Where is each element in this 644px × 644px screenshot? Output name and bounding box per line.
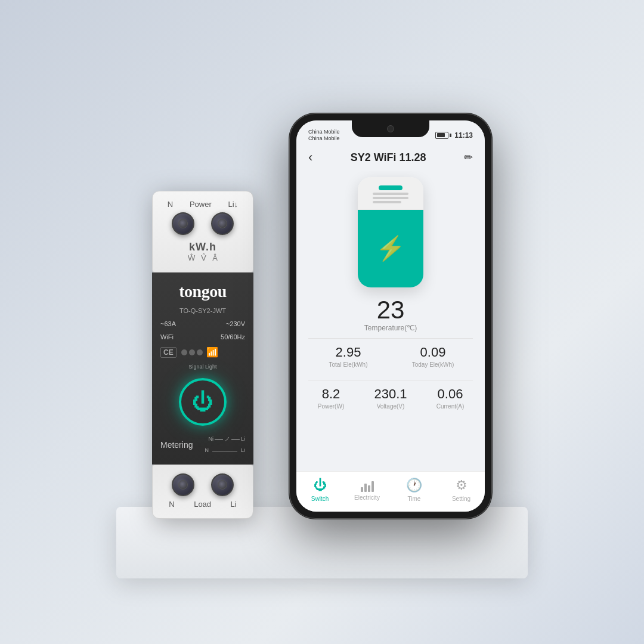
phone-screen: China Mobile China Mobile 11:13: [296, 120, 485, 512]
device-top-section: N Power Li↓ kW.h Ŵ V̂: [152, 191, 253, 273]
battery-tip: [450, 134, 451, 137]
today-ele-value: 0.09: [394, 345, 472, 360]
switch-label: Switch: [311, 496, 329, 502]
brand-name: tongou: [179, 282, 226, 301]
bottom-label-li: Li: [231, 500, 237, 509]
specs-row-2: WiFi 50/60Hz: [160, 333, 245, 340]
circuit-diagram: Ni —⟋— Li N ——— Li: [205, 434, 245, 455]
bottom-label-row: N Load Li: [162, 500, 243, 509]
kwh-section: kW.h Ŵ V̂ Â: [188, 241, 218, 262]
current-stat: 0.06 Current(A): [420, 380, 480, 416]
power-button[interactable]: ⏻: [179, 378, 227, 426]
device-bottom-section: N Load Li: [152, 465, 253, 519]
electricity-icon: [361, 479, 374, 492]
device-body: tongou TO-Q-SY2-JWT ~63A ~230V WiFi 50/6…: [152, 273, 253, 465]
bottom-terminals: [172, 473, 234, 496]
card-lines: [373, 193, 408, 203]
carrier-1: China Mobile: [308, 129, 340, 135]
setting-icon: ⚙: [456, 478, 467, 493]
setting-label: Setting: [452, 496, 470, 502]
app-content: ⚡ 23 Temperature(℃) 2.95: [296, 171, 485, 471]
metering-label: Metering: [160, 440, 193, 450]
voltage-spec: ~230V: [226, 320, 245, 327]
measure-v: V̂: [201, 253, 206, 262]
nav-switch[interactable]: ⏻ Switch: [302, 478, 338, 502]
din-rail-meter: N Power Li↓ kW.h Ŵ V̂: [152, 191, 253, 519]
carrier-2: China Mobile: [308, 135, 340, 141]
current-label: Current(A): [424, 403, 476, 410]
total-ele-value: 2.95: [309, 345, 387, 360]
total-ele-label: Total Ele(kWh): [309, 361, 387, 368]
voltage-label: Voltage(V): [364, 403, 417, 410]
signal-label: Signal Light: [188, 364, 216, 370]
battery-icon: [435, 132, 451, 139]
temperature-label: Temperature(℃): [364, 324, 417, 332]
top-label-li: Li↓: [228, 200, 239, 209]
phone-notch: [352, 120, 429, 137]
front-camera: [387, 125, 394, 132]
specs-row: ~63A ~230V: [160, 320, 245, 327]
metering-section: Metering Ni —⟋— Li N ——— Li: [160, 434, 245, 455]
total-ele-stat: 2.95 Total Ele(kWh): [306, 339, 391, 374]
app-title: SY2 WiFi 11.28: [351, 151, 426, 164]
device-app-card: ⚡: [358, 177, 423, 287]
time-display: 11:13: [454, 131, 473, 140]
ce-badge: CE: [160, 347, 177, 358]
switch-icon: ⏻: [314, 478, 327, 493]
top-label-n: N: [168, 200, 173, 209]
signal-light: 📶: [181, 346, 218, 358]
temperature-value: 23: [364, 298, 417, 323]
power-value: 8.2: [305, 386, 357, 402]
nav-setting[interactable]: ⚙ Setting: [444, 478, 479, 502]
nav-electricity[interactable]: Electricity: [349, 479, 385, 501]
top-label-power: Power: [190, 200, 212, 209]
line-3: [373, 201, 401, 203]
bottom-nav: ⏻ Switch Electricity 🕐: [296, 471, 485, 512]
terminal-2: [211, 212, 234, 235]
wifi-spec: WiFi: [160, 333, 174, 340]
dot-3: [197, 349, 203, 355]
today-ele-label: Today Ele(kWh): [394, 361, 472, 368]
circuit-line-2: N ——— Li: [205, 445, 245, 455]
line-2: [373, 197, 408, 199]
electricity-label: Electricity: [354, 494, 380, 501]
current-spec: ~63A: [160, 320, 176, 327]
card-bottom: ⚡: [376, 209, 405, 287]
terminal-1: [172, 212, 194, 235]
power-icon: ⏻: [192, 391, 213, 413]
model-text: TO-Q-SY2-JWT: [179, 307, 226, 314]
back-button[interactable]: ‹: [308, 150, 312, 165]
nav-time[interactable]: 🕐 Time: [397, 478, 432, 502]
signal-dots: [181, 349, 203, 355]
freq-spec: 50/60Hz: [221, 333, 245, 340]
bottom-label-load: Load: [194, 500, 211, 509]
measure-row: Ŵ V̂ Â: [188, 253, 218, 262]
terminal-4: [211, 473, 234, 496]
lightning-icon: ⚡: [376, 234, 405, 262]
stats-grid-3col: 8.2 Power(W) 230.1 Voltage(V) 0.06 Curre…: [296, 380, 485, 416]
ce-wifi-row: CE 📶: [160, 346, 245, 358]
line-1: [373, 193, 408, 195]
temperature-section: 23 Temperature(℃): [364, 298, 417, 332]
edit-button[interactable]: ✏: [464, 151, 473, 164]
battery-fill: [437, 133, 445, 137]
power-stat: 8.2 Power(W): [301, 380, 361, 416]
dot-2: [189, 349, 195, 355]
today-ele-stat: 0.09 Today Ele(kWh): [391, 339, 475, 374]
card-top: [358, 177, 423, 209]
app-header: ‹ SY2 WiFi 11.28 ✏: [296, 145, 485, 171]
voltage-stat: 230.1 Voltage(V): [361, 380, 420, 416]
current-value: 0.06: [424, 386, 476, 402]
phone-container: China Mobile China Mobile 11:13: [289, 113, 492, 519]
bottom-label-n: N: [169, 500, 174, 509]
circuit-line-1: Ni —⟋— Li: [208, 434, 245, 444]
device-illustration: ⚡: [352, 177, 429, 290]
voltage-value: 230.1: [364, 386, 417, 402]
time-icon: 🕐: [406, 478, 422, 493]
battery-body: [435, 132, 448, 139]
measure-w: Ŵ: [188, 253, 195, 262]
terminal-3: [172, 473, 194, 496]
kwh-text: kW.h: [188, 241, 218, 253]
measure-a: Â: [212, 253, 218, 262]
top-label-row: N Power Li↓: [162, 200, 243, 209]
